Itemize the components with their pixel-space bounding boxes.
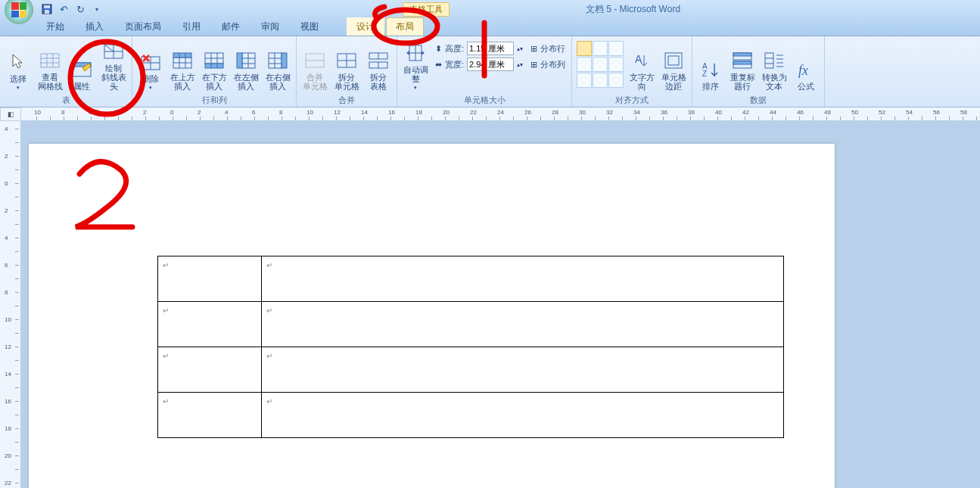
align-br[interactable] — [608, 73, 624, 88]
save-icon[interactable] — [41, 3, 53, 15]
svg-rect-18 — [173, 53, 191, 58]
autofit-icon — [405, 42, 426, 64]
tab-mailings[interactable]: 邮件 — [212, 17, 250, 36]
table-cell[interactable] — [262, 393, 784, 438]
text-direction-icon: A — [631, 50, 652, 71]
table-cell[interactable] — [158, 302, 262, 347]
quick-access-toolbar: ↶ ↻ ▾ — [41, 3, 103, 15]
svg-line-13 — [104, 45, 114, 51]
table-row[interactable] — [158, 347, 784, 393]
width-spinner[interactable]: ▴▾ — [517, 61, 523, 68]
tab-view[interactable]: 视图 — [291, 17, 328, 36]
group-data-label: 数据 — [695, 94, 821, 107]
table-row[interactable] — [158, 393, 784, 438]
undo-icon[interactable]: ↶ — [58, 3, 70, 15]
svg-rect-2 — [45, 10, 49, 14]
svg-rect-50 — [665, 53, 682, 68]
tab-design[interactable]: 设计 — [347, 17, 384, 36]
document-table[interactable] — [157, 256, 784, 438]
horizontal-ruler[interactable]: 1086420246810121416182022242628303234363… — [21, 107, 980, 121]
table-cell[interactable] — [158, 256, 262, 302]
svg-text:Z: Z — [702, 70, 707, 78]
align-bc[interactable] — [593, 73, 608, 88]
svg-rect-55 — [733, 53, 751, 56]
split-cells-icon — [336, 50, 357, 71]
table-cell[interactable] — [262, 302, 784, 347]
height-input[interactable] — [467, 42, 514, 55]
table-cell[interactable] — [158, 347, 262, 393]
group-alignment: A 文字方向 单元格 边距 对齐方式 — [572, 36, 692, 107]
align-ml[interactable] — [577, 57, 592, 72]
table-cell[interactable] — [158, 393, 262, 438]
svg-rect-1 — [44, 5, 50, 8]
diagonal-header-icon — [103, 41, 124, 62]
align-tc[interactable] — [593, 41, 608, 56]
tab-references[interactable]: 引用 — [173, 17, 210, 36]
width-input[interactable] — [467, 58, 514, 71]
distribute-rows-button[interactable]: ⊞分布行 — [527, 41, 568, 56]
svg-rect-57 — [733, 61, 751, 64]
view-gridlines-button[interactable]: 查看 网格线 — [35, 38, 65, 92]
distribute-cols-button[interactable]: ⊞分布列 — [527, 57, 568, 72]
group-merge: 合并 单元格 拆分 单元格 拆分 表格 合并 — [297, 36, 397, 107]
height-spinner[interactable]: ▴▾ — [517, 45, 523, 52]
height-icon: ⬍ — [435, 44, 442, 54]
align-tl[interactable] — [577, 41, 592, 56]
table-row[interactable] — [158, 256, 784, 302]
autofit-button[interactable]: 自动调整▾ — [400, 38, 431, 92]
delete-button[interactable]: 删除▾ — [135, 38, 166, 92]
draw-diagonal-header-button[interactable]: 绘制 斜线表头 — [98, 38, 129, 92]
cell-margins-button[interactable]: 单元格 边距 — [658, 38, 689, 92]
table-cell[interactable] — [262, 256, 784, 302]
repeat-header-button[interactable]: 重复标题行 — [727, 38, 758, 92]
qat-customize-icon[interactable]: ▾ — [91, 3, 103, 15]
tab-pagelayout[interactable]: 页面布局 — [115, 17, 171, 36]
height-label: 高度: — [445, 43, 464, 54]
tab-home[interactable]: 开始 — [36, 17, 74, 36]
tab-insert[interactable]: 插入 — [76, 17, 114, 36]
insert-right-button[interactable]: 在右侧 插入 — [263, 38, 293, 92]
alignment-grid — [575, 38, 625, 91]
split-cells-button[interactable]: 拆分 单元格 — [331, 38, 362, 92]
office-logo-icon — [11, 2, 26, 17]
insert-below-icon — [204, 50, 225, 71]
select-button[interactable]: 选择▾ — [3, 38, 33, 92]
align-tr[interactable] — [608, 41, 624, 56]
width-icon: ⬌ — [435, 60, 442, 70]
document-area[interactable] — [21, 121, 980, 488]
merge-cells-icon — [304, 50, 325, 71]
align-mc[interactable] — [593, 57, 608, 72]
cursor-icon — [8, 51, 29, 73]
insert-below-button[interactable]: 在下方 插入 — [199, 38, 229, 92]
svg-rect-51 — [668, 56, 679, 65]
insert-left-button[interactable]: 在左侧 插入 — [231, 38, 261, 92]
text-direction-button[interactable]: A 文字方向 — [627, 38, 657, 92]
split-table-icon — [368, 50, 389, 71]
svg-rect-58 — [765, 53, 773, 68]
align-mr[interactable] — [608, 57, 624, 72]
redo-icon[interactable]: ↻ — [74, 3, 86, 15]
window-title: 文档 5 - Microsoft Word — [586, 3, 680, 16]
svg-rect-33 — [282, 53, 287, 68]
sort-button[interactable]: AZ 排序 — [695, 38, 726, 92]
col-width-field[interactable]: ⬌ 宽度: ▴▾ — [432, 57, 526, 72]
align-bl[interactable] — [577, 73, 592, 88]
convert-to-text-button[interactable]: 转换为文本 — [759, 38, 789, 92]
table-cell[interactable] — [262, 347, 784, 393]
tab-layout[interactable]: 布局 — [386, 17, 424, 36]
properties-button[interactable]: 属性 — [67, 38, 97, 92]
tab-review[interactable]: 审阅 — [251, 17, 289, 36]
dist-rows-icon: ⊞ — [530, 44, 537, 54]
table-row[interactable] — [158, 302, 784, 347]
ruler-corner: ◧ — [0, 107, 21, 121]
group-table-label: 表 — [3, 94, 129, 107]
split-table-button[interactable]: 拆分 表格 — [363, 38, 394, 92]
svg-text:fx: fx — [798, 63, 808, 78]
row-height-field[interactable]: ⬍ 高度: ▴▾ — [432, 41, 526, 56]
group-data: AZ 排序 重复标题行 转换为文本 fx 公式 数据 — [692, 36, 825, 107]
vertical-ruler[interactable]: 420246810121416182022242628303234 — [0, 121, 21, 488]
ribbon-tabs: 开始 插入 页面布局 引用 邮件 审阅 视图 设计 布局 — [0, 18, 980, 36]
insert-above-button[interactable]: 在上方 插入 — [167, 38, 198, 92]
insert-above-icon — [172, 50, 193, 71]
formula-button[interactable]: fx 公式 — [791, 38, 821, 92]
